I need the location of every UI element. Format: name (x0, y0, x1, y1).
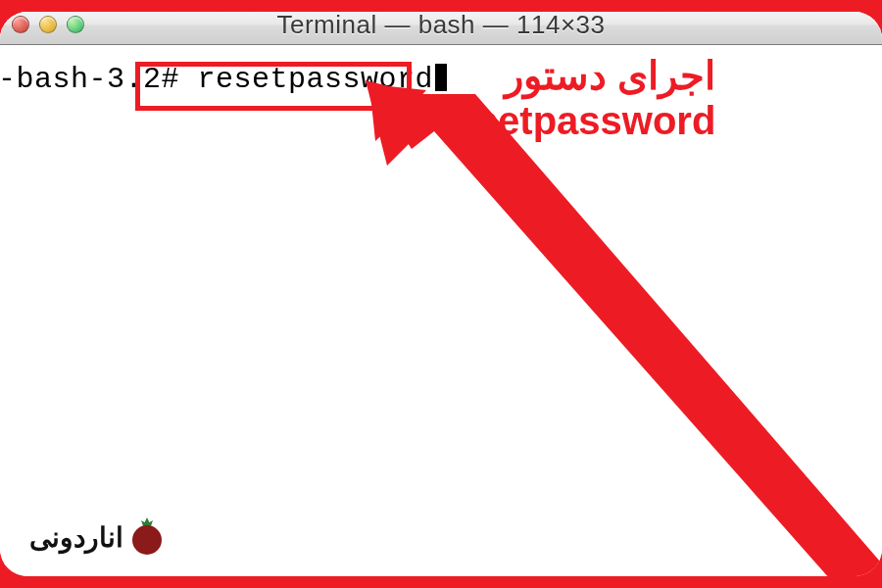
window-title: Terminal — bash — 114×33 (276, 12, 605, 40)
annotation-line1: اجرای دستور (439, 53, 715, 98)
annotation-label: اجرای دستور resetpassword (439, 53, 715, 143)
minimize-window-button[interactable] (39, 16, 57, 33)
close-window-button[interactable] (12, 16, 29, 33)
window-titlebar: Terminal — bash — 114×33 (0, 12, 882, 45)
brand-logo: اناردونی (29, 519, 165, 555)
pomegranate-icon (129, 519, 165, 555)
annotation-line2: resetpassword (439, 98, 715, 143)
shell-command: resetpassword (198, 63, 434, 96)
zoom-window-button[interactable] (67, 16, 84, 33)
brand-name: اناردونی (29, 521, 123, 554)
traffic-lights (12, 16, 84, 33)
tutorial-frame: Terminal — bash — 114×33 -bash-3.2# rese… (0, 12, 882, 576)
shell-prompt: -bash-3.2# (0, 63, 198, 96)
